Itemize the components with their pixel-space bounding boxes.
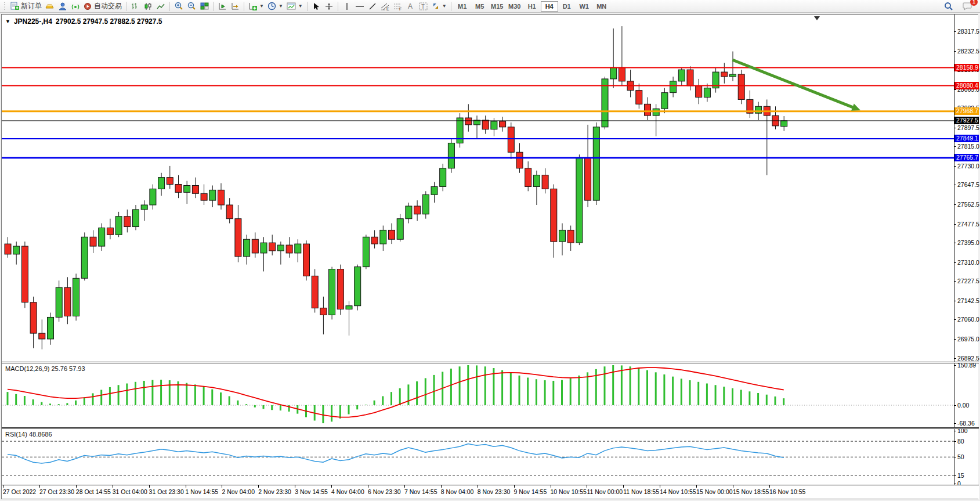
- text-button[interactable]: A: [404, 1, 417, 12]
- timeframe-m30[interactable]: M30: [506, 1, 523, 12]
- rsi-label: RSI(14) 48.8686: [5, 431, 52, 438]
- svg-text:A: A: [408, 2, 413, 10]
- time-tick-label: 15 Nov 18:55: [733, 488, 769, 495]
- candle-body-down: [107, 228, 113, 235]
- rsi-indicator-chart[interactable]: [2, 429, 954, 485]
- candle-body-up: [48, 317, 54, 339]
- svg-text:T: T: [421, 3, 425, 10]
- add-indicator-icon: [248, 2, 257, 10]
- toolbar-grip[interactable]: [4, 2, 7, 10]
- panel-splitter[interactable]: [2, 362, 979, 363]
- autotrading-button[interactable]: 自动交易: [82, 1, 124, 12]
- macd-indicator-chart[interactable]: [2, 363, 954, 427]
- candle: [619, 26, 625, 86]
- candle: [295, 239, 301, 262]
- periods-button[interactable]: ▼: [266, 1, 285, 12]
- separator: [169, 2, 170, 11]
- zoom-out-button[interactable]: [185, 1, 198, 12]
- timeframe-h4[interactable]: H4: [541, 1, 558, 12]
- timeframe-h1[interactable]: H1: [523, 1, 541, 12]
- candle-body-down: [30, 302, 37, 333]
- candlestick-chart[interactable]: [2, 15, 954, 362]
- candle: [542, 168, 548, 193]
- candle-body-down: [508, 127, 514, 152]
- search-button[interactable]: [942, 1, 955, 12]
- bar-chart-icon: [131, 2, 139, 10]
- time-tick-mark: [331, 485, 332, 488]
- cursor-button[interactable]: [310, 1, 323, 12]
- timeframe-m1[interactable]: M1: [454, 1, 471, 12]
- candle: [602, 77, 608, 129]
- candlestick-chart-button[interactable]: [142, 1, 154, 12]
- chart-shift-button[interactable]: [229, 1, 241, 12]
- time-tick-mark: [258, 485, 259, 488]
- price-tick-label: 27647.5: [957, 181, 979, 188]
- candle: [508, 122, 514, 159]
- timeframe-m15[interactable]: M15: [489, 1, 506, 12]
- time-tick-label: 11 Nov 00:00: [587, 488, 623, 495]
- trendline-button[interactable]: [366, 1, 379, 12]
- candle-body-up: [422, 194, 429, 214]
- new-order-button[interactable]: 新订单: [9, 1, 44, 12]
- time-tick-mark: [514, 485, 515, 488]
- candle-body-up: [781, 121, 787, 127]
- fibonacci-button[interactable]: F: [392, 1, 404, 12]
- candle: [303, 240, 310, 280]
- candle: [389, 224, 395, 244]
- macd-tick-label: 0.00: [957, 402, 969, 409]
- equidistant-channel-button[interactable]: E: [379, 1, 392, 12]
- chart-window[interactable]: ▼ JPN225-,H4 27902.5 27947.5 27882.5 279…: [1, 14, 978, 499]
- candle: [346, 301, 352, 336]
- horizontal-line-button[interactable]: [353, 1, 366, 12]
- separator: [338, 2, 338, 11]
- candle-body-up: [363, 237, 369, 266]
- timeframe-m5[interactable]: M5: [471, 1, 489, 12]
- candle: [422, 191, 429, 218]
- panel-splitter[interactable]: [2, 427, 979, 429]
- crosshair-button[interactable]: [323, 1, 335, 12]
- candle-body-up: [661, 93, 668, 109]
- arrows-button[interactable]: ▼: [430, 1, 449, 12]
- time-tick-mark: [149, 485, 150, 488]
- bar-chart-button[interactable]: [129, 1, 142, 12]
- axis-tick-mark: [954, 405, 956, 406]
- candle: [380, 226, 386, 251]
- timeframe-mn[interactable]: MN: [593, 1, 610, 12]
- price-tick-label: 27395.0: [957, 239, 979, 246]
- candle: [48, 313, 54, 345]
- templates-button[interactable]: ▼: [285, 1, 305, 12]
- candle: [355, 265, 361, 311]
- signals-button[interactable]: [69, 1, 82, 12]
- time-axis[interactable]: 27 Oct 202227 Oct 23:3028 Oct 14:5531 Oc…: [2, 485, 979, 499]
- separator: [126, 2, 126, 11]
- chevron-down-icon[interactable]: ▼: [5, 19, 10, 24]
- candle-body-down: [90, 237, 96, 246]
- time-tick-label: 10 Nov 10:55: [551, 488, 587, 495]
- notifications-button[interactable]: 1: [961, 1, 974, 12]
- axis-tick-mark: [954, 204, 956, 205]
- text-label-button[interactable]: T: [417, 1, 430, 12]
- candle-body-up: [533, 175, 540, 187]
- candle-body-up: [610, 67, 617, 79]
- time-tick-label: 16 Nov 10:55: [769, 488, 805, 495]
- timeframe-w1[interactable]: W1: [576, 1, 593, 12]
- community-button[interactable]: [56, 1, 69, 12]
- market-watch-button[interactable]: [44, 1, 56, 12]
- line-chart-button[interactable]: [154, 1, 167, 12]
- zoom-in-button[interactable]: [172, 1, 185, 12]
- candle-body-down: [465, 118, 472, 125]
- indicators-button[interactable]: ▼: [247, 1, 266, 12]
- candle: [371, 230, 378, 248]
- dropdown-arrow-icon: ▼: [259, 3, 264, 9]
- axis-tick-mark: [954, 224, 956, 225]
- chart-plot-area[interactable]: [2, 15, 954, 499]
- price-level-badge: 27765.7: [954, 154, 979, 161]
- price-axis[interactable]: 28317.528232.528150.028065.027982.527897…: [954, 15, 978, 485]
- tile-windows-button[interactable]: [198, 1, 211, 12]
- autoscroll-button[interactable]: [216, 1, 229, 12]
- candle-body-down: [39, 333, 45, 339]
- candle: [414, 200, 421, 221]
- timeframe-d1[interactable]: D1: [558, 1, 576, 12]
- time-tick-mark: [660, 485, 660, 488]
- vertical-line-button[interactable]: [341, 1, 353, 12]
